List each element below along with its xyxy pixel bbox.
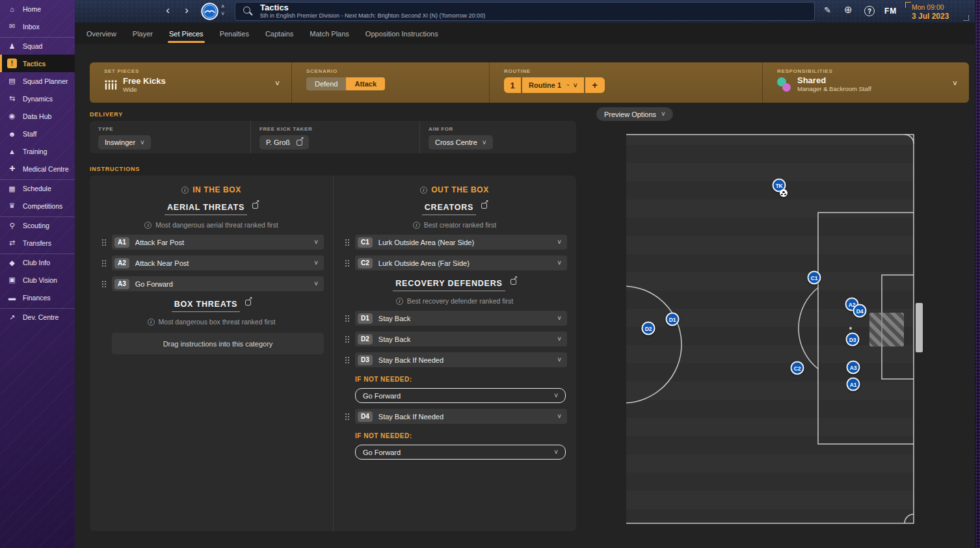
sidebar-item-squad-planner[interactable]: ▤ Squad Planner (0, 72, 75, 90)
in-the-box-column: i IN THE BOX AERIAL THREATS ↗ i Most dan… (90, 176, 333, 354)
drag-handle-icon[interactable] (101, 280, 107, 288)
chevron-down-icon: ˅ (314, 259, 318, 267)
if-not-needed-select-1[interactable]: Go Forward ˅ (355, 388, 566, 403)
instruction-row-d4: D4 Stay Back If Needed ˅ (345, 409, 567, 424)
responsibility-value: Shared (797, 76, 871, 85)
drag-handle-icon[interactable] (345, 335, 350, 343)
sidebar-item-transfers[interactable]: ⇄ Transfers (0, 234, 75, 252)
sidebar-item-inbox[interactable]: ✉ Inbox (0, 18, 75, 35)
chevron-down-icon: ˅ (953, 79, 957, 88)
pitch-marker-d4[interactable]: D4 (853, 304, 867, 318)
rank-badge: D4 (358, 411, 373, 422)
sidebar-item-training[interactable]: ▲ Training (0, 142, 75, 160)
drag-handle-icon[interactable] (345, 413, 350, 421)
box-threats-caption: Most dangerous box threat ranked first (159, 318, 276, 326)
search-icon (243, 7, 253, 16)
sidebar-item-competitions[interactable]: ♛ Competitions (0, 197, 75, 215)
set-piece-variant: Wide (123, 86, 166, 93)
set-piece-type-select[interactable]: SET PIECES Free Kicks Wide ˅ (90, 62, 291, 103)
page-title: Tactics (260, 3, 485, 12)
game-date[interactable]: Mon 09:00 3 Jul 2023 (905, 2, 969, 21)
responsibilities-select[interactable]: RESPONSIBILITIES Shared Manager & Backro… (762, 62, 969, 103)
chevron-down-icon: ˅ (557, 335, 561, 343)
drag-handle-icon[interactable] (345, 315, 350, 322)
club-badge[interactable] (201, 3, 219, 20)
tab-overview[interactable]: Overview (86, 23, 116, 44)
dynamics-icon: ⇆ (7, 94, 17, 103)
preview-options-button[interactable]: Preview Options ˅ (596, 107, 673, 121)
sidebar-item-dynamics[interactable]: ⇆ Dynamics (0, 90, 75, 107)
edit-pencil-icon[interactable]: ✎ (824, 5, 831, 15)
trophy-icon: ♛ (7, 201, 17, 211)
instruction-row-a3: A3 Go Forward ˅ (101, 276, 324, 291)
rank-badge: A1 (114, 237, 129, 248)
box-threats-header[interactable]: BOX THREATS ↗ (90, 300, 333, 312)
chevron-down-icon: ˅ (314, 280, 318, 287)
out-the-box-title: OUT THE BOX (431, 185, 489, 194)
recovery-defenders-header[interactable]: RECOVERY DEFENDERS ↗ (333, 279, 576, 291)
tab-player[interactable]: Player (133, 23, 153, 44)
drag-handle-icon[interactable] (101, 259, 107, 267)
instruction-row-d3: D3 Stay Back If Needed ˅ (345, 352, 567, 367)
ball-icon (780, 189, 788, 197)
pitch-marker-d1[interactable]: D1 (666, 313, 680, 326)
sidebar-item-club-info[interactable]: ◆ Club Info (0, 254, 75, 271)
scrollbar-thumb[interactable] (916, 303, 923, 352)
chevron-down-icon: ˅ (557, 413, 561, 420)
sidebar-item-data-hub[interactable]: ◉ Data Hub (0, 107, 75, 125)
routine-select[interactable]: Routine 1 ◔ ˅ (522, 77, 584, 93)
tab-captains[interactable]: Captains (265, 23, 293, 44)
sidebar-item-club-vision[interactable]: ▣ Club Vision (0, 271, 75, 289)
sidebar-item-staff[interactable]: ☻ Staff (0, 125, 75, 142)
shared-responsibility-icon (777, 77, 791, 92)
sidebar-item-medical-centre[interactable]: ✚ Medical Centre (0, 160, 75, 177)
tab-set-pieces[interactable]: Set Pieces (169, 23, 204, 44)
tab-opposition-instructions[interactable]: Opposition Instructions (365, 23, 438, 44)
sidebar-item-finances[interactable]: ▬ Finances (0, 289, 75, 306)
sidebar-item-scouting[interactable]: ⚲ Scouting (0, 216, 75, 234)
fm-logo[interactable]: FM (884, 7, 897, 16)
aim-for-select[interactable]: Cross Centre ˅ (429, 135, 493, 150)
tab-match-plans[interactable]: Match Plans (310, 23, 349, 44)
pitch-marker-c2[interactable]: C2 (791, 361, 804, 375)
drag-handle-icon[interactable] (101, 239, 107, 246)
sidebar-item-squad[interactable]: ♟ Squad (0, 37, 75, 55)
sidebar-item-label: Club Vision (23, 276, 57, 284)
tab-penalties[interactable]: Penalties (220, 23, 249, 44)
sidebar-item-label: Transfers (23, 239, 51, 247)
chevron-down-icon: ˅ (483, 139, 486, 146)
info-icon: i (413, 222, 420, 229)
drag-handle-icon[interactable] (345, 239, 350, 246)
sidebar-item-label: Inbox (23, 23, 40, 31)
pitch-marker-c1[interactable]: C1 (808, 271, 821, 285)
sidebar-item-schedule[interactable]: ▦ Schedule (0, 179, 75, 197)
help-icon[interactable]: ? (864, 6, 875, 16)
if-not-needed-select-2[interactable]: Go Forward ˅ (355, 445, 566, 460)
add-routine-button[interactable]: + (585, 77, 605, 93)
drag-handle-icon[interactable] (345, 259, 350, 267)
nav-forward-icon[interactable]: › (181, 4, 192, 18)
defend-toggle-button[interactable]: Defend (306, 77, 346, 90)
search-bar[interactable]: Tactics 5th in English Premier Division … (235, 2, 815, 21)
free-kick-taker-button[interactable]: P. Groß ↗ (259, 135, 309, 150)
drag-drop-zone[interactable]: Drag instructions into this category (112, 333, 324, 354)
sidebar-item-label: Home (23, 5, 41, 13)
world-icon[interactable]: ⊕ (844, 4, 853, 16)
pitch-marker-d2[interactable]: D2 (642, 322, 656, 335)
sidebar-item-tactics[interactable]: ! Tactics (0, 55, 75, 72)
recovery-defender-rows-b: D4 Stay Back If Needed ˅ (333, 409, 576, 424)
window-edge (975, 0, 980, 548)
drag-handle-icon[interactable] (345, 356, 350, 364)
attack-toggle-button[interactable]: Attack (346, 77, 385, 90)
pitch-marker-d3[interactable]: D3 (846, 333, 860, 346)
nav-back-icon[interactable]: ‹ (162, 4, 174, 18)
sidebar-item-home[interactable]: ⌂ Home (0, 0, 75, 18)
sidebar-item-dev-centre[interactable]: ↗ Dev. Centre (0, 308, 75, 326)
creators-header[interactable]: CREATORS ↗ (333, 203, 576, 215)
pitch-marker-a1[interactable]: A1 (847, 378, 860, 391)
club-switch-control[interactable]: ˄ ˅ (221, 3, 224, 18)
instruction-row-d2: D2 Stay Back ˅ (345, 332, 567, 346)
delivery-type-select[interactable]: Inswinger ˅ (98, 135, 151, 150)
aerial-threats-header[interactable]: AERIAL THREATS ↗ (90, 203, 333, 215)
pitch-marker-a3[interactable]: A3 (847, 361, 860, 374)
